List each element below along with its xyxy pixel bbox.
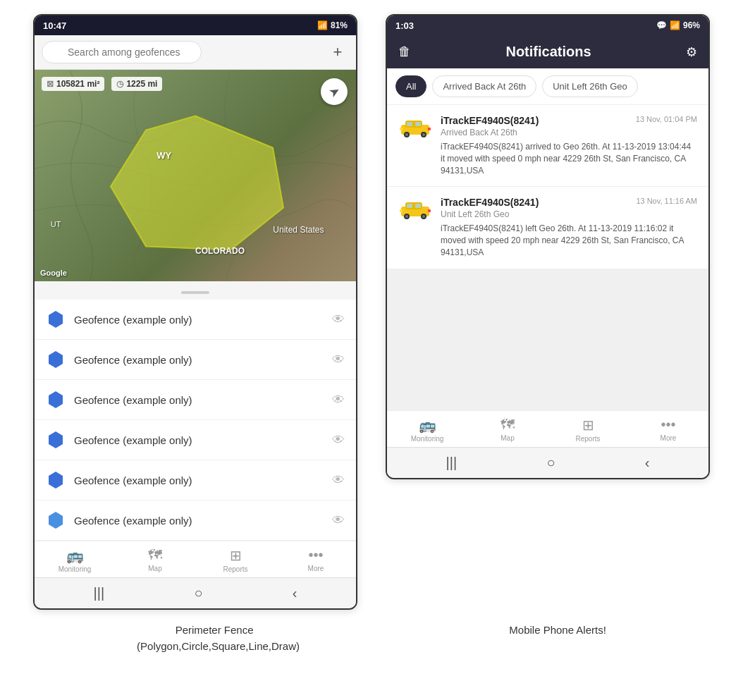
search-wrapper: 🔍 xyxy=(42,41,321,63)
geofence-name: Geofence (example only) xyxy=(74,354,324,366)
nav-more[interactable]: ••• More xyxy=(628,411,708,447)
nav-reports[interactable]: ⊞ Reports xyxy=(548,411,628,447)
geofence-icon xyxy=(46,470,66,490)
svg-marker-5 xyxy=(49,472,63,489)
notifications-list: iTrackEF4940S(8241) 13 Nov, 01:04 PM Arr… xyxy=(387,105,708,410)
car-avatar xyxy=(398,115,432,140)
filter-tab-all[interactable]: All xyxy=(395,75,426,97)
eye-off-icon[interactable]: 👁 xyxy=(332,473,345,488)
notification-body: iTrackEF4940S(8241) arrived to Geo 26th.… xyxy=(441,141,697,176)
nav-more-label: More xyxy=(661,434,677,442)
nav-map[interactable]: 🗺 Map xyxy=(115,541,195,577)
notification-time: 13 Nov, 11:16 AM xyxy=(636,197,697,205)
search-bar: 🔍 + xyxy=(35,35,356,70)
add-geofence-button[interactable]: + xyxy=(326,41,349,63)
android-back-button[interactable]: ‹ xyxy=(293,585,297,601)
right-caption: Mobile Phone Alerts! xyxy=(509,622,606,654)
svg-point-14 xyxy=(422,133,425,136)
android-home-button[interactable]: ○ xyxy=(194,585,202,601)
notification-time: 13 Nov, 01:04 PM xyxy=(636,115,697,123)
filter-tabs: All Arrived Back At 26th Unit Left 26th … xyxy=(387,68,708,105)
nav-more-label: More xyxy=(308,565,324,572)
list-item[interactable]: Geofence (example only) 👁 xyxy=(35,380,356,420)
nav-reports[interactable]: ⊞ Reports xyxy=(195,541,276,577)
event-type: Arrived Back At 26th xyxy=(441,128,697,137)
google-logo: Google xyxy=(40,269,67,277)
geofence-icon xyxy=(46,350,66,369)
nav-more[interactable]: ••• More xyxy=(276,541,356,577)
android-back-button[interactable]: ‹ xyxy=(645,455,650,471)
svg-point-22 xyxy=(405,215,408,218)
geofence-name: Geofence (example only) xyxy=(74,394,324,406)
nav-map-label: Map xyxy=(148,565,161,572)
list-item[interactable]: Geofence (example only) 👁 xyxy=(35,300,356,340)
notification-item[interactable]: iTrackEF4940S(8241) 13 Nov, 11:16 AM Uni… xyxy=(387,187,708,269)
geofence-list: Geofence (example only) 👁 Geofence (exam… xyxy=(35,300,356,541)
svg-marker-3 xyxy=(49,391,63,408)
left-caption: Perimeter Fence(Polygon,Circle,Square,Li… xyxy=(137,622,292,654)
eye-off-icon[interactable]: 👁 xyxy=(332,312,345,327)
battery-text: 81% xyxy=(331,20,348,30)
notification-body: iTrackEF4940S(8241) left Geo 26th. At 11… xyxy=(441,223,697,258)
eye-off-icon[interactable]: 👁 xyxy=(332,393,345,407)
empty-area xyxy=(387,269,708,410)
android-menu-button[interactable]: ||| xyxy=(446,455,458,471)
compass-icon: ➤ xyxy=(326,82,343,102)
scroll-handle xyxy=(181,291,209,294)
monitoring-icon: 🚌 xyxy=(66,547,84,564)
nav-monitoring-label: Monitoring xyxy=(411,435,444,443)
right-battery: 96% xyxy=(683,20,700,30)
trash-button[interactable]: 🗑 xyxy=(398,44,411,59)
map-stats: ⊠ 105821 mi² ◷ 1225 mi xyxy=(42,77,162,91)
left-status-icons: 📶 81% xyxy=(317,20,348,30)
compass-button[interactable]: ➤ xyxy=(321,78,348,105)
list-item[interactable]: Geofence (example only) 👁 xyxy=(35,460,356,501)
geofence-name: Geofence (example only) xyxy=(74,314,324,326)
geofence-icon xyxy=(46,430,66,450)
geofence-name: Geofence (example only) xyxy=(74,474,324,486)
notif-item-header: iTrackEF4940S(8241) 13 Nov, 11:16 AM xyxy=(441,197,697,208)
device-name: iTrackEF4940S(8241) xyxy=(441,115,539,126)
geofence-name: Geofence (example only) xyxy=(74,515,324,527)
right-status-icons: 💬 📶 96% xyxy=(656,20,700,30)
geofence-icon xyxy=(46,309,66,329)
right-time: 1:03 xyxy=(395,20,414,31)
car-avatar xyxy=(398,197,432,222)
nav-monitoring[interactable]: 🚌 Monitoring xyxy=(387,411,467,447)
left-time: 10:47 xyxy=(43,20,66,31)
android-home-button[interactable]: ○ xyxy=(546,455,555,471)
map-label-wy: WY xyxy=(156,150,171,161)
map-label-co: COLORADO xyxy=(195,246,245,256)
list-item[interactable]: Geofence (example only) 👁 xyxy=(35,340,356,380)
eye-off-icon[interactable]: 👁 xyxy=(332,352,345,367)
monitoring-icon: 🚌 xyxy=(419,417,436,434)
notifications-header: 🗑 Notifications ⚙ xyxy=(387,35,708,68)
notification-item[interactable]: iTrackEF4940S(8241) 13 Nov, 01:04 PM Arr… xyxy=(387,105,708,187)
right-bottom-nav: 🚌 Monitoring 🗺 Map ⊞ Reports ••• More xyxy=(387,410,708,447)
nav-reports-label: Reports xyxy=(223,565,247,573)
nav-monitoring-label: Monitoring xyxy=(59,565,92,573)
nav-map[interactable]: 🗺 Map xyxy=(467,411,548,447)
right-phone: 1:03 💬 📶 96% 🗑 Notifications ⚙ All Arriv… xyxy=(386,14,710,479)
eye-off-icon[interactable]: 👁 xyxy=(332,513,345,528)
svg-point-12 xyxy=(405,133,408,136)
svg-rect-9 xyxy=(407,122,412,126)
filter-tab-arrived[interactable]: Arrived Back At 26th xyxy=(432,75,536,97)
nav-monitoring[interactable]: 🚌 Monitoring xyxy=(35,541,115,577)
area-stat: ⊠ 105821 mi² xyxy=(42,77,104,91)
left-status-bar: 10:47 📶 81% xyxy=(35,16,356,35)
android-menu-button[interactable]: ||| xyxy=(94,585,105,601)
eye-off-icon[interactable]: 👁 xyxy=(332,433,345,448)
list-item[interactable]: Geofence (example only) 👁 xyxy=(35,501,356,541)
svg-marker-0 xyxy=(111,116,283,250)
svg-rect-25 xyxy=(400,209,403,212)
filter-tab-left[interactable]: Unit Left 26th Geo xyxy=(542,75,638,97)
more-icon: ••• xyxy=(661,417,675,433)
settings-button[interactable]: ⚙ xyxy=(686,44,697,60)
notification-content: iTrackEF4940S(8241) 13 Nov, 01:04 PM Arr… xyxy=(441,115,697,176)
list-item[interactable]: Geofence (example only) 👁 xyxy=(35,420,356,460)
reports-icon: ⊞ xyxy=(582,417,594,434)
map-label-ut: UT xyxy=(51,220,61,228)
captions-row: Perimeter Fence(Polygon,Circle,Square,Li… xyxy=(14,622,729,654)
search-input[interactable] xyxy=(42,41,202,63)
